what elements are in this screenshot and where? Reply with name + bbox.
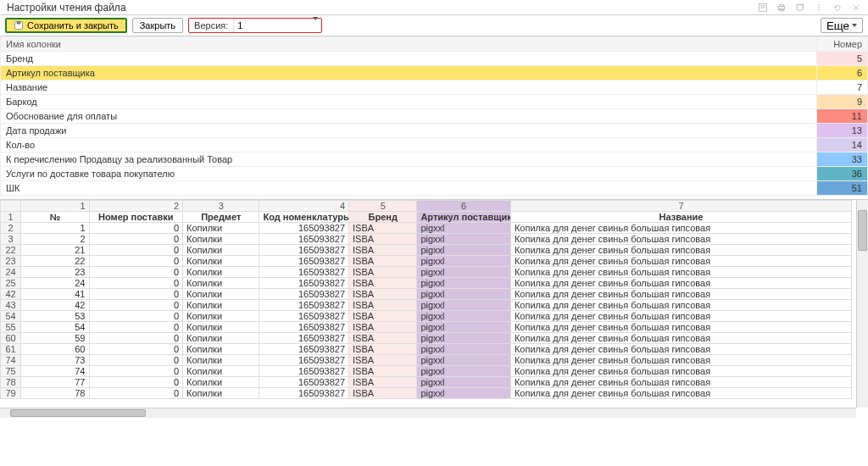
table-row[interactable]: 78770Копилки165093827ISBApigxxlКопилка д… <box>1 377 852 388</box>
cell-no[interactable]: 41 <box>21 289 89 300</box>
cell-code[interactable]: 165093827 <box>259 377 349 388</box>
cell-code[interactable]: 165093827 <box>259 366 349 377</box>
cell-name[interactable]: Копилка для денег свинья большая гипсова… <box>510 322 851 333</box>
row-index[interactable]: 54 <box>1 311 21 322</box>
cell-no[interactable]: 2 <box>21 234 89 245</box>
cell-code[interactable]: 165093827 <box>259 300 349 311</box>
table-row[interactable]: 79780Копилки165093827ISBApigxxlКопилка д… <box>1 388 852 399</box>
cell-post[interactable]: 0 <box>89 366 183 377</box>
cell-name[interactable]: Копилка для денег свинья большая гипсова… <box>510 388 851 399</box>
table-row[interactable]: 60590Копилки165093827ISBApigxxlКопилка д… <box>1 333 852 344</box>
cell-brand[interactable]: ISBA <box>349 311 417 322</box>
config-row-name[interactable]: Бренд <box>1 52 817 66</box>
cell-post[interactable]: 0 <box>89 289 183 300</box>
cell-post[interactable]: 0 <box>89 300 183 311</box>
cell-name[interactable]: Копилка для денег свинья большая гипсова… <box>510 311 851 322</box>
cell-article[interactable]: pigxxl <box>417 333 511 344</box>
config-row[interactable]: Название7 <box>1 80 868 95</box>
cell-post[interactable]: 0 <box>89 344 183 355</box>
header-name[interactable]: Название <box>510 212 851 223</box>
cell-brand[interactable]: ISBA <box>349 388 417 399</box>
cell-subject[interactable]: Копилки <box>183 245 259 256</box>
row-index[interactable]: 55 <box>1 322 21 333</box>
cell-brand[interactable]: ISBA <box>349 245 417 256</box>
row-index[interactable]: 3 <box>1 234 21 245</box>
col-index[interactable]: 5 <box>349 201 417 212</box>
config-row-name[interactable]: Услуги по доставке товара покупателю <box>1 167 817 181</box>
cell-code[interactable]: 165093827 <box>259 311 349 322</box>
cell-post[interactable]: 0 <box>89 278 183 289</box>
version-select[interactable] <box>233 19 309 32</box>
cell-post[interactable]: 0 <box>89 267 183 278</box>
cell-code[interactable]: 165093827 <box>259 278 349 289</box>
cell-brand[interactable]: ISBA <box>349 223 417 234</box>
config-row[interactable]: ШК51 <box>1 181 868 196</box>
cell-no[interactable]: 1 <box>21 223 89 234</box>
corner-cell[interactable] <box>1 201 21 212</box>
col-index[interactable]: 3 <box>183 201 259 212</box>
cell-brand[interactable]: ISBA <box>349 355 417 366</box>
table-row[interactable]: 42410Копилки165093827ISBApigxxlКопилка д… <box>1 289 852 300</box>
row-index[interactable]: 23 <box>1 256 21 267</box>
cell-brand[interactable]: ISBA <box>349 267 417 278</box>
header-brand[interactable]: Бренд <box>349 212 417 223</box>
cell-post[interactable]: 0 <box>89 245 183 256</box>
cell-code[interactable]: 165093827 <box>259 322 349 333</box>
cell-article[interactable]: pigxxl <box>417 256 511 267</box>
scroll-thumb[interactable] <box>10 409 146 417</box>
config-row[interactable]: Артикул поставщика6 <box>1 66 868 80</box>
cell-post[interactable]: 0 <box>89 311 183 322</box>
chevron-down-icon[interactable] <box>309 20 321 31</box>
cell-article[interactable]: pigxxl <box>417 311 511 322</box>
cell-article[interactable]: pigxxl <box>417 322 511 333</box>
config-row[interactable]: Обоснование для оплаты11 <box>1 109 868 124</box>
cell-name[interactable]: Копилка для денег свинья большая гипсова… <box>510 366 851 377</box>
config-row-name[interactable]: ШК <box>1 181 817 196</box>
config-row[interactable]: Бренд5 <box>1 52 868 66</box>
cell-no[interactable]: 59 <box>21 333 89 344</box>
header-post[interactable]: Номер поставки <box>89 212 183 223</box>
cell-brand[interactable]: ISBA <box>349 256 417 267</box>
cell-name[interactable]: Копилка для денег свинья большая гипсова… <box>510 333 851 344</box>
cell-brand[interactable]: ISBA <box>349 366 417 377</box>
config-row[interactable]: Баркод9 <box>1 95 868 109</box>
cell-no[interactable]: 42 <box>21 300 89 311</box>
cell-subject[interactable]: Копилки <box>183 278 259 289</box>
col-number-header[interactable]: Номер <box>817 37 868 52</box>
cell-subject[interactable]: Копилки <box>183 289 259 300</box>
table-row[interactable]: 43420Копилки165093827ISBApigxxlКопилка д… <box>1 300 852 311</box>
cell-article[interactable]: pigxxl <box>417 234 511 245</box>
cell-brand[interactable]: ISBA <box>349 333 417 344</box>
cell-name[interactable]: Копилка для денег свинья большая гипсова… <box>510 355 851 366</box>
cell-brand[interactable]: ISBA <box>349 278 417 289</box>
report-icon[interactable] <box>758 3 768 13</box>
table-row[interactable]: 74730Копилки165093827ISBApigxxlКопилка д… <box>1 355 852 366</box>
cell-brand[interactable]: ISBA <box>349 322 417 333</box>
config-row[interactable]: Дата продажи13 <box>1 124 868 138</box>
table-row[interactable]: 320Копилки165093827ISBApigxxlКопилка для… <box>1 234 852 245</box>
print-icon[interactable] <box>776 3 787 13</box>
cell-subject[interactable]: Копилки <box>183 267 259 278</box>
table-row[interactable]: 210Копилки165093827ISBApigxxlКопилка для… <box>1 223 852 234</box>
cell-subject[interactable]: Копилки <box>183 256 259 267</box>
col-index[interactable]: 4 <box>259 201 349 212</box>
cell-article[interactable]: pigxxl <box>417 278 511 289</box>
config-row-number[interactable]: 14 <box>817 138 868 153</box>
config-row-number[interactable]: 6 <box>817 66 868 80</box>
row-index[interactable]: 79 <box>1 388 21 399</box>
cell-code[interactable]: 165093827 <box>259 289 349 300</box>
cell-subject[interactable]: Копилки <box>183 388 259 399</box>
table-row[interactable]: 55540Копилки165093827ISBApigxxlКопилка д… <box>1 322 852 333</box>
config-row-number[interactable]: 33 <box>817 153 868 167</box>
row-index[interactable]: 74 <box>1 355 21 366</box>
cell-no[interactable]: 73 <box>21 355 89 366</box>
config-row-name[interactable]: Название <box>1 80 817 95</box>
config-row-name[interactable]: Баркод <box>1 95 817 109</box>
cell-subject[interactable]: Копилки <box>183 223 259 234</box>
row-index[interactable]: 78 <box>1 377 21 388</box>
cell-name[interactable]: Копилка для денег свинья большая гипсова… <box>510 377 851 388</box>
table-row[interactable]: 54530Копилки165093827ISBApigxxlКопилка д… <box>1 311 852 322</box>
config-row-name[interactable]: Кол-во <box>1 138 817 153</box>
data-sheet[interactable]: 1 2 3 4 5 6 7 1 № Номер поставки Предмет… <box>0 200 852 399</box>
cell-article[interactable]: pigxxl <box>417 366 511 377</box>
